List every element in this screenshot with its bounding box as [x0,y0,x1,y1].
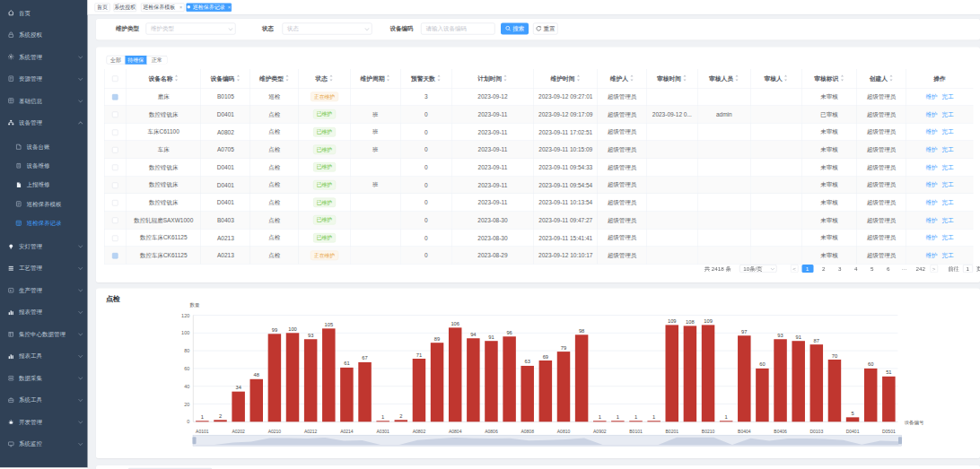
svg-text:1: 1 [617,414,619,420]
svg-text:A0210: A0210 [268,429,282,434]
svg-text:97: 97 [741,329,747,334]
svg-text:79: 79 [561,345,566,351]
svg-text:D0103: D0103 [809,429,823,434]
svg-text:A0802: A0802 [413,429,426,434]
svg-text:A0806: A0806 [485,429,498,434]
svg-text:71: 71 [416,352,422,358]
svg-text:100: 100 [181,330,189,335]
svg-text:A0810: A0810 [557,429,571,434]
svg-text:A0202: A0202 [232,429,245,434]
svg-text:60: 60 [184,366,189,371]
svg-text:67: 67 [362,355,367,360]
svg-text:0: 0 [187,419,189,424]
svg-text:109: 109 [668,318,677,324]
svg-text:1: 1 [725,414,728,420]
svg-text:34: 34 [235,385,241,390]
svg-text:1: 1 [201,414,204,420]
svg-text:A0214: A0214 [340,429,354,434]
svg-text:63: 63 [524,359,529,364]
svg-text:B0406: B0406 [774,429,787,434]
svg-text:1: 1 [652,414,655,420]
svg-text:40: 40 [184,384,189,389]
svg-text:D0501: D0501 [882,429,896,434]
svg-text:70: 70 [832,353,837,359]
svg-text:91: 91 [795,334,801,340]
svg-text:B0404: B0404 [738,429,751,434]
svg-text:80: 80 [184,348,189,353]
svg-text:A0804: A0804 [449,429,462,434]
svg-text:5: 5 [851,411,853,416]
svg-text:A0808: A0808 [521,429,534,434]
svg-text:1: 1 [599,414,601,420]
svg-text:A0212: A0212 [304,429,318,434]
svg-text:91: 91 [488,334,494,340]
svg-text:93: 93 [777,333,783,338]
svg-text:2: 2 [399,413,402,419]
svg-text:数量: 数量 [190,302,201,308]
svg-text:1: 1 [381,414,384,420]
svg-text:93: 93 [308,333,313,338]
svg-text:20: 20 [184,402,189,407]
svg-text:2: 2 [219,413,222,419]
svg-text:60: 60 [868,361,873,367]
svg-text:106: 106 [451,321,459,326]
svg-text:120: 120 [181,313,189,318]
svg-text:60: 60 [759,361,765,367]
svg-text:48: 48 [254,372,259,378]
svg-text:61: 61 [344,360,349,366]
svg-text:D0401: D0401 [846,429,860,434]
svg-text:B0201: B0201 [666,429,679,434]
svg-text:A0101: A0101 [196,429,209,434]
svg-text:A0301: A0301 [376,429,389,434]
svg-text:A0902: A0902 [593,429,607,434]
svg-text:1: 1 [634,414,637,420]
svg-text:B0210: B0210 [702,429,715,434]
svg-text:100: 100 [288,326,297,332]
svg-text:108: 108 [686,319,695,325]
svg-text:设备编号: 设备编号 [905,420,925,425]
svg-text:B0101: B0101 [629,429,643,434]
svg-text:99: 99 [272,327,277,333]
svg-text:51: 51 [886,369,891,375]
svg-text:98: 98 [579,328,584,334]
svg-text:96: 96 [506,330,512,335]
svg-text:109: 109 [704,318,713,324]
svg-text:94: 94 [470,332,477,337]
svg-text:87: 87 [814,338,819,343]
svg-text:89: 89 [434,336,440,342]
svg-text:105: 105 [325,322,334,327]
svg-text:69: 69 [543,354,548,360]
